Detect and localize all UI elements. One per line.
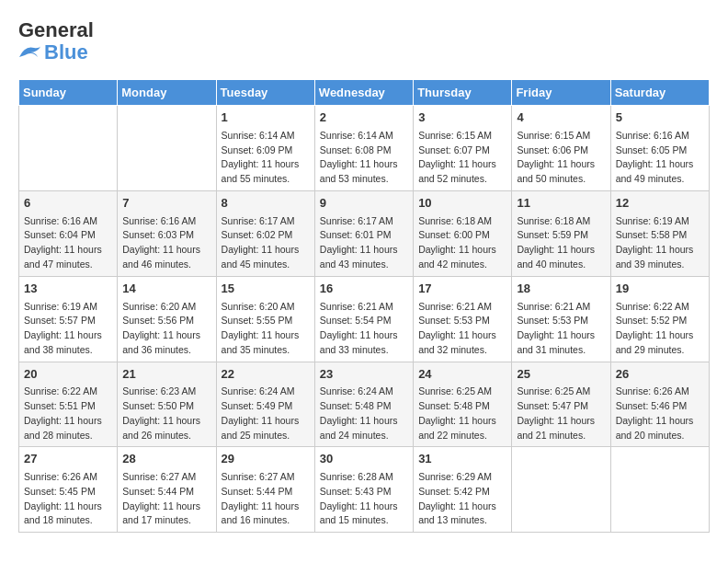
day-number: 6 <box>24 195 112 213</box>
calendar-cell <box>19 106 118 191</box>
day-number: 3 <box>418 109 506 127</box>
calendar-week-row: 27Sunrise: 6:26 AM Sunset: 5:45 PM Dayli… <box>19 447 710 533</box>
calendar-cell <box>610 447 709 533</box>
day-info: Sunrise: 6:25 AM Sunset: 5:47 PM Dayligh… <box>517 385 605 442</box>
day-info: Sunrise: 6:14 AM Sunset: 6:09 PM Dayligh… <box>222 129 310 187</box>
calendar-cell: 21Sunrise: 6:23 AM Sunset: 5:50 PM Dayli… <box>118 362 216 447</box>
calendar-cell: 22Sunrise: 6:24 AM Sunset: 5:49 PM Dayli… <box>216 362 314 447</box>
calendar-cell: 9Sunrise: 6:17 AM Sunset: 6:01 PM Daylig… <box>314 190 413 276</box>
day-number: 14 <box>122 281 210 298</box>
day-info: Sunrise: 6:16 AM Sunset: 6:03 PM Dayligh… <box>122 214 210 272</box>
day-number: 23 <box>320 366 408 384</box>
day-number: 30 <box>320 451 408 468</box>
day-info: Sunrise: 6:15 AM Sunset: 6:07 PM Dayligh… <box>418 129 506 187</box>
calendar-cell: 3Sunrise: 6:15 AM Sunset: 6:07 PM Daylig… <box>414 106 512 191</box>
weekday-header: Thursday <box>414 80 512 106</box>
day-info: Sunrise: 6:27 AM Sunset: 5:44 PM Dayligh… <box>122 470 210 528</box>
day-number: 16 <box>320 281 408 298</box>
day-info: Sunrise: 6:17 AM Sunset: 6:01 PM Dayligh… <box>320 214 408 272</box>
day-info: Sunrise: 6:29 AM Sunset: 5:42 PM Dayligh… <box>418 470 506 528</box>
day-info: Sunrise: 6:16 AM Sunset: 6:04 PM Dayligh… <box>24 214 112 272</box>
day-info: Sunrise: 6:22 AM Sunset: 5:51 PM Dayligh… <box>24 385 112 442</box>
calendar-cell: 16Sunrise: 6:21 AM Sunset: 5:54 PM Dayli… <box>314 276 413 362</box>
calendar-cell: 1Sunrise: 6:14 AM Sunset: 6:09 PM Daylig… <box>216 106 314 191</box>
calendar-cell: 7Sunrise: 6:16 AM Sunset: 6:03 PM Daylig… <box>118 190 216 276</box>
calendar-cell: 31Sunrise: 6:29 AM Sunset: 5:42 PM Dayli… <box>414 447 512 533</box>
calendar-cell: 25Sunrise: 6:25 AM Sunset: 5:47 PM Dayli… <box>512 362 610 447</box>
day-number: 18 <box>517 281 605 298</box>
day-number: 27 <box>24 451 112 468</box>
day-number: 24 <box>418 366 506 384</box>
day-number: 19 <box>616 281 704 298</box>
day-number: 21 <box>122 366 210 384</box>
calendar-cell: 10Sunrise: 6:18 AM Sunset: 6:00 PM Dayli… <box>414 190 512 276</box>
calendar-cell: 24Sunrise: 6:25 AM Sunset: 5:48 PM Dayli… <box>414 362 512 447</box>
calendar-cell: 18Sunrise: 6:21 AM Sunset: 5:53 PM Dayli… <box>512 276 610 362</box>
day-info: Sunrise: 6:20 AM Sunset: 5:55 PM Dayligh… <box>222 300 310 358</box>
day-info: Sunrise: 6:21 AM Sunset: 5:53 PM Dayligh… <box>418 300 506 358</box>
calendar-header-row: SundayMondayTuesdayWednesdayThursdayFrid… <box>19 80 710 106</box>
day-info: Sunrise: 6:26 AM Sunset: 5:45 PM Dayligh… <box>24 470 112 528</box>
day-number: 29 <box>222 451 310 468</box>
calendar-cell: 19Sunrise: 6:22 AM Sunset: 5:52 PM Dayli… <box>610 276 709 362</box>
day-info: Sunrise: 6:18 AM Sunset: 6:00 PM Dayligh… <box>418 214 506 272</box>
calendar-cell: 29Sunrise: 6:27 AM Sunset: 5:44 PM Dayli… <box>216 447 314 533</box>
weekday-header: Saturday <box>610 80 709 106</box>
calendar-cell: 20Sunrise: 6:22 AM Sunset: 5:51 PM Dayli… <box>19 362 118 447</box>
calendar-cell: 26Sunrise: 6:26 AM Sunset: 5:46 PM Dayli… <box>610 362 709 447</box>
weekday-header: Wednesday <box>314 80 413 106</box>
calendar-week-row: 1Sunrise: 6:14 AM Sunset: 6:09 PM Daylig… <box>19 106 710 191</box>
calendar-table: SundayMondayTuesdayWednesdayThursdayFrid… <box>18 79 710 533</box>
day-number: 9 <box>320 195 408 213</box>
bird-icon <box>18 44 42 61</box>
day-number: 17 <box>418 281 506 298</box>
day-info: Sunrise: 6:26 AM Sunset: 5:46 PM Dayligh… <box>616 385 704 442</box>
logo-general-text: General <box>18 18 94 42</box>
day-info: Sunrise: 6:24 AM Sunset: 5:49 PM Dayligh… <box>222 385 310 442</box>
logo-blue-text: Blue <box>44 40 88 64</box>
calendar-cell: 17Sunrise: 6:21 AM Sunset: 5:53 PM Dayli… <box>414 276 512 362</box>
day-info: Sunrise: 6:24 AM Sunset: 5:48 PM Dayligh… <box>320 385 408 442</box>
weekday-header: Friday <box>512 80 610 106</box>
calendar-cell: 4Sunrise: 6:15 AM Sunset: 6:06 PM Daylig… <box>512 106 610 191</box>
day-number: 28 <box>122 451 210 468</box>
day-number: 2 <box>320 109 408 127</box>
calendar-cell: 11Sunrise: 6:18 AM Sunset: 5:59 PM Dayli… <box>512 190 610 276</box>
calendar-week-row: 20Sunrise: 6:22 AM Sunset: 5:51 PM Dayli… <box>19 362 710 447</box>
day-info: Sunrise: 6:27 AM Sunset: 5:44 PM Dayligh… <box>222 470 310 528</box>
calendar-cell: 30Sunrise: 6:28 AM Sunset: 5:43 PM Dayli… <box>314 447 413 533</box>
calendar-cell: 2Sunrise: 6:14 AM Sunset: 6:08 PM Daylig… <box>314 106 413 191</box>
day-info: Sunrise: 6:18 AM Sunset: 5:59 PM Dayligh… <box>517 214 605 272</box>
day-info: Sunrise: 6:21 AM Sunset: 5:53 PM Dayligh… <box>517 300 605 358</box>
day-info: Sunrise: 6:15 AM Sunset: 6:06 PM Dayligh… <box>517 129 605 187</box>
day-number: 10 <box>418 195 506 213</box>
calendar-cell: 15Sunrise: 6:20 AM Sunset: 5:55 PM Dayli… <box>216 276 314 362</box>
day-info: Sunrise: 6:21 AM Sunset: 5:54 PM Dayligh… <box>320 300 408 358</box>
calendar-cell: 8Sunrise: 6:17 AM Sunset: 6:02 PM Daylig… <box>216 190 314 276</box>
calendar-cell: 6Sunrise: 6:16 AM Sunset: 6:04 PM Daylig… <box>19 190 118 276</box>
day-number: 25 <box>517 366 605 384</box>
day-number: 31 <box>418 451 506 468</box>
day-number: 1 <box>222 109 310 127</box>
day-info: Sunrise: 6:19 AM Sunset: 5:57 PM Dayligh… <box>24 300 112 358</box>
day-info: Sunrise: 6:22 AM Sunset: 5:52 PM Dayligh… <box>616 300 704 358</box>
day-number: 22 <box>222 366 310 384</box>
day-number: 8 <box>222 195 310 213</box>
calendar-cell <box>118 106 216 191</box>
day-number: 13 <box>24 281 112 298</box>
logo: General Blue <box>18 18 94 64</box>
day-info: Sunrise: 6:16 AM Sunset: 6:05 PM Dayligh… <box>616 129 704 187</box>
day-number: 11 <box>517 195 605 213</box>
day-number: 12 <box>616 195 704 213</box>
day-info: Sunrise: 6:25 AM Sunset: 5:48 PM Dayligh… <box>418 385 506 442</box>
calendar-cell: 13Sunrise: 6:19 AM Sunset: 5:57 PM Dayli… <box>19 276 118 362</box>
calendar-cell: 12Sunrise: 6:19 AM Sunset: 5:58 PM Dayli… <box>610 190 709 276</box>
calendar-cell: 14Sunrise: 6:20 AM Sunset: 5:56 PM Dayli… <box>118 276 216 362</box>
page-header: General Blue <box>18 18 710 64</box>
day-number: 20 <box>24 366 112 384</box>
calendar-cell: 5Sunrise: 6:16 AM Sunset: 6:05 PM Daylig… <box>610 106 709 191</box>
day-number: 26 <box>616 366 704 384</box>
day-info: Sunrise: 6:28 AM Sunset: 5:43 PM Dayligh… <box>320 470 408 528</box>
calendar-cell: 27Sunrise: 6:26 AM Sunset: 5:45 PM Dayli… <box>19 447 118 533</box>
day-info: Sunrise: 6:23 AM Sunset: 5:50 PM Dayligh… <box>122 385 210 442</box>
